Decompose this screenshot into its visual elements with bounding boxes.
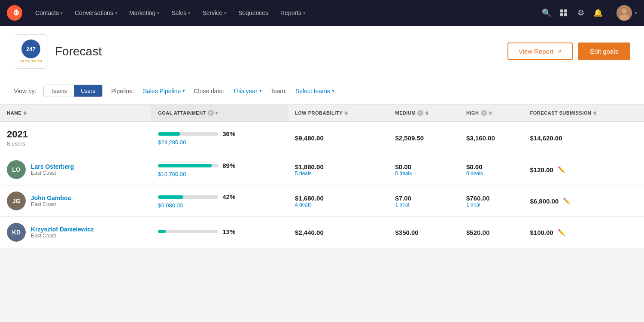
user-high-cell: $520.00	[459, 217, 523, 248]
user-low-deals[interactable]: 4 deals	[295, 202, 381, 208]
name-sort-icon[interactable]: ⇅	[23, 111, 27, 115]
user-low-probability: $1,880.00	[295, 163, 381, 170]
goal-attainment-info-icon[interactable]: i	[208, 110, 214, 116]
team-dropdown[interactable]: Select teams ▾	[295, 88, 334, 94]
user-goal-amount: $5,080.00	[158, 202, 281, 209]
table-row: LO Lars Osterberg East Coast 89% $10,700…	[0, 154, 644, 185]
edit-forecast-icon[interactable]: ✏️	[558, 166, 565, 173]
svg-rect-4	[564, 9, 567, 12]
user-name-cell: LO Lars Osterberg East Coast	[0, 154, 151, 185]
high-sort-icon[interactable]: ⇅	[489, 111, 492, 115]
user-team: East Coast	[31, 170, 74, 176]
user-forecast-submission: $100.00	[530, 229, 553, 236]
avatar-initials: JG	[12, 197, 21, 204]
forecast-submission-sort-icon[interactable]: ⇅	[593, 111, 597, 115]
edit-forecast-icon[interactable]: ✏️	[563, 197, 570, 204]
user-medium-deals[interactable]: 1 deal	[395, 202, 453, 208]
user-avatar[interactable]	[617, 5, 632, 21]
user-medium: $350.00	[395, 229, 453, 236]
settings-button[interactable]: ⚙	[573, 5, 589, 21]
summary-low-probability-cell: $9,480.00	[288, 122, 388, 154]
notifications-button[interactable]: 🔔	[590, 5, 606, 21]
user-progress-pct: 13%	[222, 228, 235, 235]
table-header-row: NAME ⇅ GOAL ATTAINMENT i ▾ LOW PROBABILI…	[0, 105, 644, 122]
nav-sales[interactable]: Sales ▾	[165, 0, 196, 26]
summary-progress-bar-fill	[158, 132, 179, 136]
summary-goal-cell: 36% $24,280.00	[151, 122, 288, 154]
user-progress-bar-bg	[158, 195, 218, 199]
user-progress-bar-fill	[158, 195, 183, 199]
user-name-link[interactable]: Krzysztof Danielewicz	[31, 226, 94, 233]
view-report-button[interactable]: View Report ↗	[507, 43, 573, 60]
service-chevron-icon: ▾	[224, 11, 226, 15]
nav-contacts[interactable]: Contacts ▾	[29, 0, 69, 26]
search-button[interactable]: 🔍	[539, 5, 554, 21]
user-name-link[interactable]: John Gamboa	[31, 194, 71, 201]
logo-number: 247	[21, 39, 40, 58]
user-forecast-cell: $120.00 ✏️	[523, 154, 644, 185]
nav-service[interactable]: Service ▾	[196, 0, 232, 26]
user-low-probability-cell: $1,680.00 4 deals	[288, 185, 388, 217]
user-low-probability-cell: $1,880.00 5 deals	[288, 154, 388, 185]
user-progress-pct: 42%	[222, 193, 235, 200]
svg-rect-5	[560, 13, 563, 16]
edit-forecast-icon[interactable]: ✏️	[558, 229, 565, 236]
user-medium: $7.00	[395, 194, 453, 202]
user-high: $0.00	[466, 163, 516, 170]
user-forecast-cell: $6,800.00 ✏️	[523, 185, 644, 217]
toggle-users-button[interactable]: Users	[74, 85, 102, 97]
close-date-chevron-icon: ▾	[259, 88, 262, 94]
user-medium-cell: $7.00 1 deal	[388, 185, 459, 217]
nav-sequences[interactable]: Sequences	[232, 0, 274, 26]
low-probability-sort-icon[interactable]: ⇅	[344, 111, 348, 115]
reports-chevron-icon: ▾	[303, 11, 305, 15]
user-progress-bar-bg	[158, 230, 218, 233]
user-medium-deals[interactable]: 0 deals	[395, 170, 453, 176]
user-low-probability: $2,440.00	[295, 229, 381, 236]
user-name-link[interactable]: Lars Osterberg	[31, 163, 74, 170]
svg-rect-3	[560, 9, 563, 12]
user-high-cell: $0.00 0 deals	[459, 154, 523, 185]
toggle-teams-button[interactable]: Teams	[44, 85, 74, 97]
nav-conversations[interactable]: Conversations ▾	[69, 0, 123, 26]
team-chevron-icon: ▾	[332, 88, 334, 94]
filter-bar: View by: Teams Users Pipeline: Sales Pip…	[0, 77, 644, 105]
high-info-icon[interactable]: i	[481, 110, 487, 116]
close-date-value: This year	[233, 88, 258, 94]
table-row: KD Krzysztof Danielewicz East Coast 13%	[0, 217, 644, 248]
summary-row: 2021 8 users 36% $24,280.00	[0, 122, 644, 154]
user-high-deals[interactable]: 1 deal	[466, 202, 516, 208]
goal-attainment-sort-icon[interactable]: ▾	[216, 111, 218, 115]
header-actions: View Report ↗ Edit goals	[507, 43, 630, 60]
close-date-dropdown[interactable]: This year ▾	[233, 88, 262, 94]
th-goal-attainment: GOAL ATTAINMENT i ▾	[151, 105, 288, 122]
nav-marketing[interactable]: Marketing ▾	[123, 0, 165, 26]
company-logo-area: 247 FAST TECH Forecast	[14, 34, 507, 69]
summary-progress-pct: 36%	[222, 130, 235, 137]
summary-progress-bar-bg	[158, 132, 218, 136]
user-low-deals[interactable]: 5 deals	[295, 170, 381, 176]
team-value: Select teams	[295, 88, 330, 94]
user-high-deals[interactable]: 0 deals	[466, 170, 516, 176]
user-medium-cell: $350.00	[388, 217, 459, 248]
user-forecast-cell: $100.00 ✏️	[523, 217, 644, 248]
svg-rect-6	[564, 13, 567, 16]
user-goal-cell: 13%	[151, 217, 288, 248]
pipeline-value: Sales Pipeline	[143, 88, 181, 94]
nav-divider	[611, 6, 611, 20]
marketplace-button[interactable]	[556, 5, 571, 21]
user-progress-pct: 89%	[222, 162, 235, 169]
external-link-icon: ↗	[557, 48, 562, 55]
edit-goals-button[interactable]: Edit goals	[578, 43, 630, 60]
user-forecast-submission: $120.00	[530, 166, 553, 173]
pipeline-dropdown[interactable]: Sales Pipeline ▾	[143, 88, 185, 94]
th-forecast-submission: FORECAST SUBMISSION ⇅	[523, 105, 644, 122]
user-low-probability: $1,680.00	[295, 194, 381, 202]
hubspot-logo[interactable]	[7, 5, 22, 21]
medium-sort-icon[interactable]: ⇅	[425, 111, 429, 115]
medium-info-icon[interactable]: i	[417, 110, 423, 116]
summary-medium-cell: $2,509.50	[388, 122, 459, 154]
pipeline-label: Pipeline:	[111, 88, 134, 94]
user-team: East Coast	[31, 233, 94, 239]
nav-reports[interactable]: Reports ▾	[274, 0, 311, 26]
